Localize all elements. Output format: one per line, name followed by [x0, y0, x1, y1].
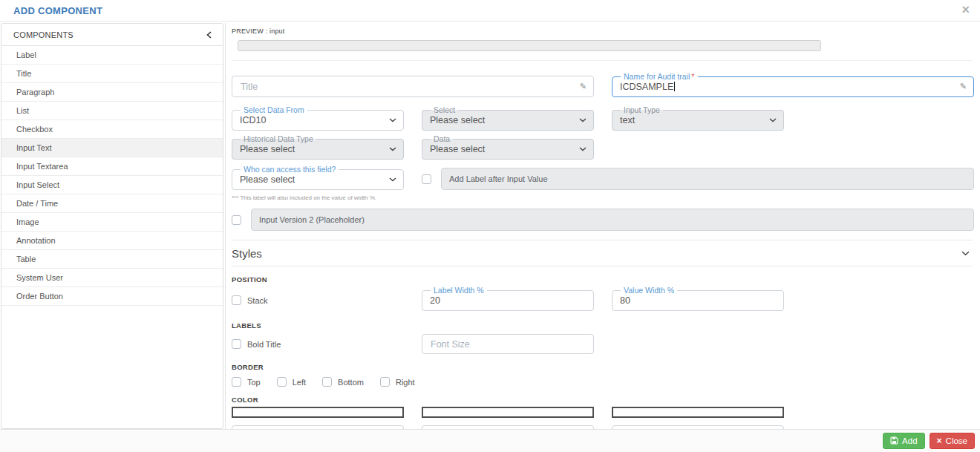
audit-name-value: ICDSAMPLE — [620, 82, 673, 92]
select-value: Please select — [430, 115, 485, 125]
modal-title: ADD COMPONENT — [13, 5, 102, 16]
border-right-label: Right — [396, 378, 415, 387]
sidebar-header-label: COMPONENTS — [13, 30, 74, 39]
border-left-label: Left — [293, 378, 306, 387]
who-can-access-label: Who can access this field? — [241, 166, 339, 174]
save-icon — [890, 436, 898, 445]
bold-title-option[interactable]: Bold Title — [232, 339, 404, 349]
chevron-down-icon — [579, 118, 587, 122]
sidebar-item-image[interactable]: Image — [1, 213, 223, 232]
sidebar-item-table[interactable]: Table — [1, 250, 223, 269]
sidebar-item-title[interactable]: Title — [1, 65, 223, 83]
add-label-checkbox[interactable] — [422, 174, 431, 184]
stack-option[interactable]: Stack — [232, 295, 404, 305]
input-type-label: Input Type — [621, 106, 663, 114]
historical-data-type-label: Historical Data Type — [241, 135, 316, 143]
border-left-option[interactable]: Left — [277, 377, 306, 387]
border-right-checkbox[interactable] — [380, 377, 390, 387]
audit-name-label: Name for Audit trail — [624, 72, 690, 81]
audit-name-field[interactable]: Name for Audit trail* ICDSAMPLE ✎ — [612, 73, 974, 97]
input-type-select[interactable]: Input Type text — [612, 106, 784, 131]
historical-data-type-value: Please select — [240, 144, 295, 154]
sidebar-item-input-text[interactable]: Input Text — [1, 139, 223, 157]
required-asterisk: * — [691, 72, 694, 81]
input-version-2-row — [232, 209, 974, 231]
value-width-field[interactable]: Value Width % 80 — [612, 286, 784, 311]
label-width-label: Label Width % — [431, 286, 487, 295]
component-settings-panel: PREVIEW : input ✎ Name for Audit trail* … — [225, 23, 980, 429]
chevron-down-icon — [389, 118, 396, 122]
stack-label: Stack — [247, 296, 268, 305]
value-width-value: 80 — [620, 295, 630, 306]
divider — [232, 266, 973, 266]
select-data-from-value: ICD10 — [240, 115, 266, 125]
color-section-label: COLOR — [232, 396, 973, 404]
background-color-swatch[interactable] — [232, 407, 404, 418]
sidebar-item-checkbox[interactable]: Checkbox — [1, 120, 223, 139]
sidebar-item-input-select[interactable]: Input Select — [1, 176, 223, 194]
border-top-label: Top — [247, 378, 261, 387]
select-label: Select — [431, 106, 458, 114]
bold-title-checkbox[interactable] — [232, 339, 241, 349]
close-button[interactable]: × Close — [930, 433, 975, 449]
border-bottom-checkbox[interactable] — [322, 377, 332, 387]
select-select[interactable]: Select Please select — [422, 106, 594, 131]
data-select[interactable]: Data Please select — [422, 135, 594, 160]
add-label-after-input-row — [422, 168, 974, 190]
divider — [232, 60, 973, 61]
data-label: Data — [431, 135, 453, 143]
modal-header: ADD COMPONENT × — [0, 0, 980, 22]
border-top-checkbox[interactable] — [232, 377, 241, 387]
title-field[interactable]: ✎ — [232, 76, 594, 97]
who-can-access-value: Please select — [240, 174, 295, 185]
input-version-2-checkbox[interactable] — [232, 215, 241, 225]
font-size-input[interactable] — [429, 338, 587, 350]
chevron-down-icon — [579, 147, 587, 151]
font-size-field[interactable] — [422, 334, 594, 354]
chevron-down-icon[interactable] — [961, 251, 970, 256]
styles-section-header[interactable]: Styles — [232, 240, 974, 266]
border-section-label: BORDER — [232, 363, 973, 371]
labels-section-label: LABELS — [232, 321, 973, 330]
border-bottom-option[interactable]: Bottom — [322, 377, 364, 387]
who-can-access-select[interactable]: Who can access this field? Please select — [232, 166, 404, 190]
sidebar-item-list[interactable]: List — [1, 102, 223, 120]
add-button-label: Add — [902, 436, 917, 445]
sidebar-item-label[interactable]: Label — [1, 46, 223, 65]
sidebar-item-date-time[interactable]: Date / Time — [1, 194, 223, 213]
title-input[interactable] — [239, 81, 575, 93]
stack-checkbox[interactable] — [232, 295, 241, 305]
border-left-checkbox[interactable] — [277, 377, 287, 387]
sidebar-item-order-button[interactable]: Order Button — [1, 287, 223, 306]
sidebar-item-system-user[interactable]: System User — [1, 269, 223, 287]
sidebar-item-paragraph[interactable]: Paragraph — [1, 83, 223, 102]
bold-title-label: Bold Title — [247, 340, 281, 349]
components-sidebar: COMPONENTS Label Title Paragraph List Ch… — [1, 23, 223, 429]
close-button-label: Close — [946, 436, 967, 445]
label-width-field[interactable]: Label Width % 20 — [422, 286, 594, 311]
collapse-sidebar-icon[interactable] — [206, 31, 212, 39]
label-width-value: 20 — [430, 295, 440, 306]
add-button[interactable]: Add — [883, 433, 924, 449]
pencil-icon: ✎ — [960, 82, 967, 91]
border-right-option[interactable]: Right — [380, 377, 415, 387]
add-label-after-input[interactable] — [441, 168, 974, 190]
select-data-from-select[interactable]: Select Data From ICD10 — [232, 106, 404, 131]
font-color-swatch[interactable] — [422, 407, 594, 418]
position-section-label: POSITION — [232, 275, 973, 284]
sidebar-item-annotation[interactable]: Annotation — [1, 232, 223, 250]
sidebar-item-input-textarea[interactable]: Input Textarea — [1, 157, 223, 176]
input-version-2-input[interactable] — [251, 209, 974, 231]
border-top-option[interactable]: Top — [232, 377, 261, 387]
modal-footer: Add × Close — [0, 429, 980, 452]
close-icon[interactable]: × — [961, 1, 970, 18]
chevron-down-icon — [389, 147, 396, 151]
border-bottom-label: Bottom — [338, 378, 364, 387]
chevron-down-icon — [769, 118, 777, 122]
sidebar-header: COMPONENTS — [1, 24, 223, 46]
styles-heading: Styles — [232, 247, 262, 260]
border-color-swatch[interactable] — [612, 407, 784, 418]
preview-input-field — [238, 40, 821, 51]
preview-label: PREVIEW : input — [232, 27, 973, 35]
historical-data-type-select[interactable]: Historical Data Type Please select — [232, 135, 404, 160]
